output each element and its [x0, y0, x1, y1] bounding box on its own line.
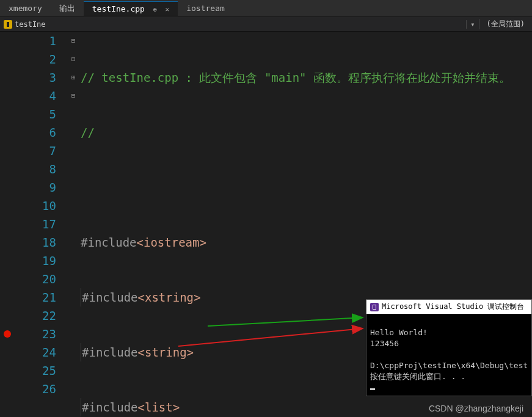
- line-num: 10: [0, 197, 56, 215]
- console-output[interactable]: Hello World! 123456 D:\cppProj\testIne\x…: [366, 314, 531, 396]
- scope-dropdown[interactable]: ▾: [466, 20, 478, 29]
- line-gutter: 1 2 3 4 5 6 7 8 9 10 17 18 19 20 21 22 2…: [0, 32, 67, 417]
- context-bar: testIne ▾ (全局范围): [0, 17, 532, 32]
- line-num: 26: [0, 380, 56, 398]
- line-num: 23: [0, 325, 56, 343]
- watermark: CSDN @zhangzhangkeji: [429, 404, 523, 413]
- line-num: 5: [0, 105, 56, 123]
- line-num: 24: [0, 343, 56, 361]
- line-num: 19: [0, 252, 56, 270]
- fold-column: ⊟ ⊟ ⊞ ⊟: [67, 32, 79, 417]
- breakpoint-icon[interactable]: [4, 330, 11, 338]
- include: <xstring>: [138, 288, 201, 306]
- tab-label: 输出: [59, 4, 75, 13]
- tab-output[interactable]: 输出: [51, 1, 84, 16]
- fold-toggle[interactable]: ⊟: [67, 50, 79, 68]
- scope-label: (全局范围): [487, 20, 525, 28]
- line-num: 1: [0, 32, 56, 50]
- fold-toggle[interactable]: ⊟: [67, 87, 79, 105]
- line-num: 18: [0, 233, 56, 252]
- include: <string>: [138, 343, 194, 361]
- tab-label: testIne.cpp: [92, 4, 145, 13]
- include: <list>: [138, 398, 180, 416]
- line-num: 7: [0, 142, 56, 160]
- line-num: 21: [0, 288, 56, 306]
- scope-label: testIne: [15, 20, 46, 29]
- preproc: #include: [82, 398, 138, 416]
- line-num: 17: [0, 215, 56, 233]
- class-icon: [4, 20, 12, 29]
- fold-toggle[interactable]: ⊟: [67, 32, 79, 50]
- line-num: 9: [0, 178, 56, 197]
- tab-bar: xmemory 输出 testIne.cpp ⊕ ✕ iostream: [0, 0, 532, 17]
- tab-iostream[interactable]: iostream: [178, 1, 233, 15]
- cursor: [370, 388, 375, 390]
- console-line: 按任意键关闭此窗口. . .: [370, 372, 465, 381]
- line-num: 2: [0, 50, 56, 68]
- preproc: #include: [82, 343, 138, 361]
- debug-console-window: Microsoft Visual Studio 调试控制台 Hello Worl…: [366, 299, 532, 396]
- tab-label: xmemory: [9, 4, 42, 13]
- line-num: 6: [0, 123, 56, 142]
- console-line: 123456: [370, 339, 399, 348]
- tab-xmemory[interactable]: xmemory: [0, 1, 51, 15]
- scope-right[interactable]: (全局范围): [479, 19, 532, 29]
- console-line: D:\cppProj\testIne\x64\Debug\test: [370, 361, 528, 370]
- close-icon[interactable]: ✕: [166, 5, 170, 13]
- line-num: 4: [0, 87, 56, 105]
- pin-icon[interactable]: ⊕: [153, 6, 157, 13]
- comment: //: [81, 123, 95, 142]
- include: <iostream>: [137, 233, 206, 252]
- fold-toggle[interactable]: ⊞: [67, 68, 79, 87]
- console-line: Hello World!: [370, 328, 428, 337]
- tab-label: iostream: [186, 4, 225, 13]
- line-num: 20: [0, 270, 56, 288]
- preproc: #include: [82, 288, 138, 306]
- preproc: #include: [81, 233, 137, 252]
- line-num: 22: [0, 306, 56, 325]
- line-num: 25: [0, 361, 56, 380]
- console-titlebar[interactable]: Microsoft Visual Studio 调试控制台: [366, 300, 531, 314]
- scope-left[interactable]: testIne: [0, 20, 466, 29]
- comment: // testIne.cpp : 此文件包含 "main" 函数。程序执行将在此…: [81, 68, 511, 87]
- line-num: 8: [0, 160, 56, 178]
- line-num: 3: [0, 68, 56, 87]
- vs-icon: [370, 303, 379, 311]
- tab-testine[interactable]: testIne.cpp ⊕ ✕: [84, 1, 178, 16]
- console-title-text: Microsoft Visual Studio 调试控制台: [382, 302, 524, 312]
